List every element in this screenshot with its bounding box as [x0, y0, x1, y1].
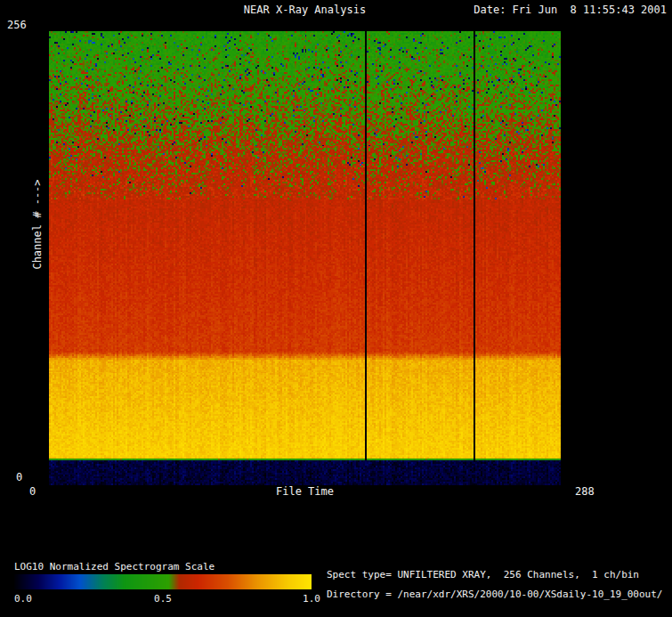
- date-label: Date: Fri Jun 8 11:55:43 2001: [474, 4, 667, 16]
- colorbar-tick-mid: 0.5: [154, 593, 172, 605]
- spect-type-label: Spect type= UNFILTERED XRAY, 256 Channel…: [327, 569, 639, 580]
- y-axis-max-label: 256: [7, 19, 27, 31]
- colorbar-image: [14, 574, 312, 589]
- spectrogram-image: [49, 31, 561, 485]
- near-xray-analysis-window: NEAR X-Ray Analysis Date: Fri Jun 8 11:5…: [0, 0, 672, 617]
- colorbar-title: LOG10 Normalized Spectrogram Scale: [14, 561, 215, 572]
- x-axis-title: File Time: [49, 485, 561, 498]
- colorbar-tick-min: 0.0: [14, 593, 32, 605]
- y-axis-min-label: 0: [16, 471, 22, 483]
- y-axis-title: Channel # --->: [31, 179, 44, 269]
- colorbar-tick-max: 1.0: [303, 593, 320, 605]
- directory-label: Directory = /near/xdr/XRS/2000/10-00/XSd…: [327, 589, 663, 600]
- x-axis-min-label: 0: [29, 485, 36, 498]
- x-axis-max-label: 288: [575, 485, 595, 498]
